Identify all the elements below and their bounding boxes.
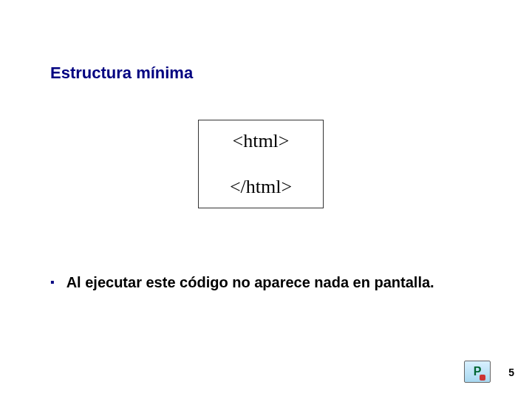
bullet-item: ▪ Al ejecutar este código no aparece nad…	[50, 273, 434, 291]
bullet-text: Al ejecutar este código no aparece nada …	[66, 273, 434, 291]
footer-logo-icon: P	[464, 361, 491, 383]
code-line-open: <html>	[233, 130, 290, 152]
bullet-marker-icon: ▪	[50, 273, 55, 291]
logo-dot-icon	[480, 375, 485, 381]
page-number: 5	[508, 366, 514, 378]
code-snippet-box: <html> </html>	[198, 120, 324, 208]
code-line-close: </html>	[230, 176, 292, 198]
slide-title: Estructura mínima	[50, 64, 193, 83]
slide-container: Estructura mínima <html> </html> ▪ Al ej…	[0, 0, 532, 399]
